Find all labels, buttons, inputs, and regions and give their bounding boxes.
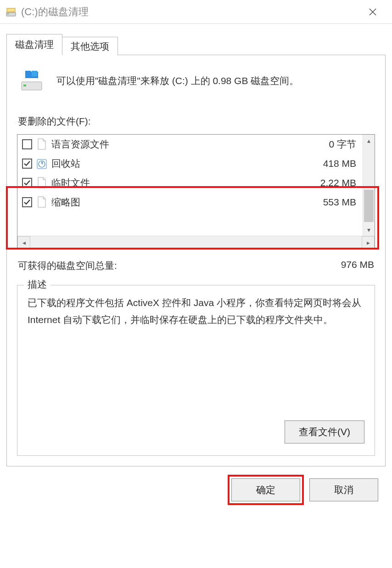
total-label: 可获得的磁盘空间总量:: [18, 259, 117, 272]
description-legend: 描述: [24, 278, 50, 291]
drive-icon: [19, 68, 45, 94]
ok-button[interactable]: 确定: [231, 478, 300, 501]
scroll-right-icon[interactable]: ▸: [362, 236, 375, 249]
scroll-left-icon[interactable]: ◂: [17, 236, 30, 249]
info-text: 可以使用"磁盘清理"来释放 (C:) 上的 0.98 GB 磁盘空间。: [56, 73, 299, 89]
recycle-bin-icon: [36, 158, 48, 170]
file-name: 临时文件: [51, 176, 317, 189]
svg-rect-6: [23, 85, 26, 86]
checkbox[interactable]: [22, 197, 32, 207]
file-size: 553 MB: [323, 197, 358, 208]
scroll-down-icon[interactable]: ▾: [363, 224, 375, 236]
dialog-buttons: 确定 取消: [6, 466, 386, 501]
svg-rect-1: [7, 13, 9, 14]
svg-rect-11: [25, 71, 31, 76]
file-size: 2.22 MB: [320, 177, 358, 188]
view-files-button[interactable]: 查看文件(V): [285, 420, 364, 443]
checkbox[interactable]: [22, 139, 32, 149]
file-name: 缩略图: [51, 196, 319, 209]
file-row[interactable]: 语言资源文件 0 字节: [17, 135, 363, 154]
close-icon: [369, 8, 377, 16]
checkbox[interactable]: [22, 159, 32, 169]
scroll-thumb[interactable]: [364, 190, 374, 222]
files-rows: 语言资源文件 0 字节 回收站 418 MB: [17, 135, 363, 236]
total-row: 可获得的磁盘空间总量: 976 MB: [18, 259, 374, 272]
window-title: (C:)的磁盘清理: [21, 5, 359, 19]
tab-strip: 磁盘清理 其他选项: [6, 34, 386, 55]
file-icon: [36, 177, 48, 189]
file-size: 0 字节: [329, 138, 358, 151]
file-row[interactable]: 回收站 418 MB: [17, 154, 363, 173]
tab-disk-cleanup[interactable]: 磁盘清理: [6, 34, 62, 55]
horizontal-scrollbar[interactable]: ◂ ▸: [17, 236, 375, 249]
files-listbox: 语言资源文件 0 字节 回收站 418 MB: [17, 134, 375, 249]
vertical-scrollbar[interactable]: ▴ ▾: [363, 135, 375, 236]
checkbox[interactable]: [22, 178, 32, 188]
file-row[interactable]: 缩略图 553 MB: [17, 193, 363, 212]
info-row: 可以使用"磁盘清理"来释放 (C:) 上的 0.98 GB 磁盘空间。: [17, 65, 375, 103]
svg-rect-12: [32, 71, 37, 76]
file-icon: [36, 138, 48, 150]
file-row[interactable]: 临时文件 2.22 MB: [17, 173, 363, 193]
svg-rect-2: [7, 8, 15, 12]
file-size: 418 MB: [323, 158, 358, 169]
dialog-content: 磁盘清理 其他选项 可以使用"磁盘清理"来释放 (C:) 上的 0.98 GB …: [0, 24, 392, 501]
files-label: 要删除的文件(F):: [18, 115, 375, 128]
close-button[interactable]: [359, 0, 386, 24]
description-fieldset: 描述 已下载的程序文件包括 ActiveX 控件和 Java 小程序，你查看特定…: [17, 285, 375, 456]
file-name: 回收站: [51, 157, 319, 170]
total-value: 976 MB: [341, 259, 374, 272]
scroll-up-icon[interactable]: ▴: [363, 135, 375, 147]
tab-panel: 可以使用"磁盘清理"来释放 (C:) 上的 0.98 GB 磁盘空间。 要删除的…: [6, 55, 386, 466]
cancel-button[interactable]: 取消: [309, 478, 378, 501]
tab-more-options[interactable]: 其他选项: [62, 37, 118, 55]
titlebar: (C:)的磁盘清理: [0, 0, 392, 24]
description-text: 已下载的程序文件包括 ActiveX 控件和 Java 小程序，你查看特定网页时…: [28, 295, 364, 329]
annotation-highlight: 确定: [231, 478, 300, 501]
file-icon: [36, 196, 48, 208]
file-name: 语言资源文件: [51, 138, 325, 151]
disk-cleanup-icon: [6, 6, 17, 17]
